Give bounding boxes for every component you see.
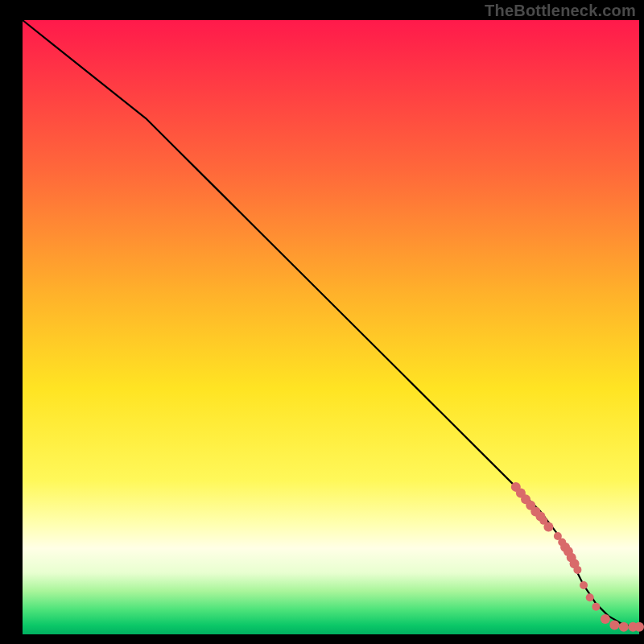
data-point: [580, 581, 588, 589]
data-point: [543, 522, 553, 531]
data-point: [592, 603, 600, 611]
data-point: [634, 622, 644, 632]
data-point: [609, 621, 619, 630]
data-point: [619, 622, 629, 632]
chart-stage: TheBottleneck.com: [0, 0, 644, 644]
bottleneck-chart: [0, 0, 644, 644]
plot-background: [23, 20, 639, 634]
data-point: [573, 566, 581, 574]
data-point: [601, 614, 610, 624]
watermark-text: TheBottleneck.com: [485, 2, 636, 20]
data-point: [586, 593, 594, 601]
